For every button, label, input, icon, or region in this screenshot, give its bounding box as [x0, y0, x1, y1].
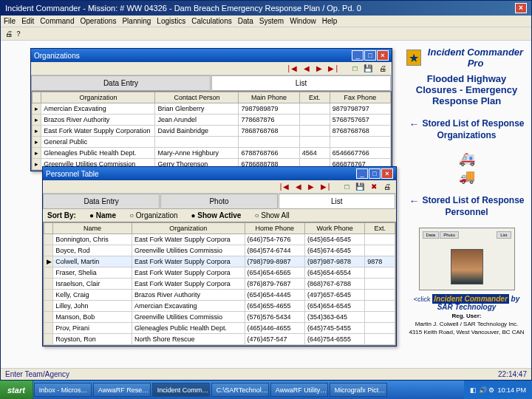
reg-user: Martin J. Colwell / SAR Technology Inc. — [406, 321, 527, 327]
arrow-left-icon: ← — [409, 118, 419, 130]
new-icon[interactable]: □ — [345, 183, 351, 191]
sort-row: Sort By: Name Organization Show Active S… — [43, 209, 396, 222]
menu-data[interactable]: Data — [238, 17, 253, 25]
table-row[interactable]: Israelson, ClairEast Fork Water Supply C… — [44, 279, 395, 290]
table-row[interactable]: ▸Amercian ExcavatingBrian Glenberry79879… — [33, 103, 391, 115]
taskbar-item[interactable]: C:\SARTechnol… — [211, 383, 269, 397]
org-titlebar[interactable]: Organizations _ □ × — [31, 49, 392, 62]
product-name: Incident Commander Pro — [424, 47, 527, 69]
maximize-icon[interactable]: □ — [369, 168, 381, 179]
table-row[interactable]: ▸Gleneagles Public Health Dept.Mary-Anne… — [33, 148, 391, 159]
organizations-window: Organizations _ □ × |◀ ◀ ▶ ▶| □ 💾 🖨 Data… — [30, 48, 392, 171]
main-toolbar: 🖨 ？ — [1, 27, 531, 41]
sort-name[interactable]: Name — [89, 211, 116, 219]
table-row[interactable]: Prov, PiraniGleneagles Public Health Dep… — [44, 323, 395, 334]
pers-tab-photo[interactable]: Photo — [160, 194, 277, 209]
nav-last-icon[interactable]: ▶| — [321, 183, 332, 191]
table-row[interactable]: Kelly, CraigBrazos River Authority(654)6… — [44, 290, 395, 301]
person-photo — [451, 249, 483, 284]
close-icon[interactable]: × — [515, 3, 527, 13]
menu-window[interactable]: Window — [290, 17, 316, 25]
menubar: File Edit Command Operations Planning Lo… — [1, 16, 531, 27]
taskbar-item[interactable]: Incident Comm… — [152, 383, 210, 397]
org-tab-list[interactable]: List — [211, 75, 391, 91]
print-icon[interactable]: 🖨 — [379, 64, 388, 72]
save-icon[interactable]: 💾 — [355, 183, 366, 191]
nav-prev-icon[interactable]: ◀ — [304, 64, 311, 72]
show-active[interactable]: Show Active — [191, 211, 242, 219]
start-button[interactable]: start — [0, 381, 33, 399]
table-row[interactable]: Lilley, JohnAmercian Excavating(654)655-… — [44, 301, 395, 312]
nav-first-icon[interactable]: |◀ — [287, 64, 299, 72]
save-icon[interactable]: 💾 — [364, 64, 374, 72]
close-icon[interactable]: × — [381, 168, 393, 179]
status-clock: 22:14:47 — [498, 370, 527, 378]
nav-last-icon[interactable]: ▶| — [328, 64, 339, 72]
system-tray[interactable]: ◧ 🔊 ⚙ 10:14 PM — [464, 381, 532, 399]
menu-logistics[interactable]: Logistics — [157, 17, 185, 25]
pers-tab-entry[interactable]: Data Entry — [43, 194, 160, 209]
pers-toolbar: |◀ ◀ ▶ ▶| □ 💾 ✖ 🖨 — [43, 180, 396, 194]
minimize-icon[interactable]: _ — [356, 168, 368, 179]
taskbar-item[interactable]: AwwaRF Utility… — [270, 383, 328, 397]
main-title: Incident Commander - Mission: # WW 04326… — [5, 4, 361, 13]
taskbar-item[interactable]: AwwaRF Rese… — [93, 383, 151, 397]
table-row[interactable]: ▸General Public — [33, 137, 391, 148]
nav-first-icon[interactable]: |◀ — [280, 183, 291, 191]
photo-preview: DataPhotoList — [419, 228, 515, 290]
menu-help[interactable]: Help — [322, 17, 338, 25]
status-left: Enter Team/Agency — [5, 370, 69, 378]
info-panel: Incident Commander Pro Flooded Highway C… — [402, 41, 531, 368]
new-icon[interactable]: □ — [352, 64, 358, 72]
sort-label: Sort By: — [47, 211, 76, 219]
pers-title: Personnel Table — [46, 170, 99, 178]
status-bar: Enter Team/Agency 22:14:47 — [1, 368, 531, 380]
pers-tab-list[interactable]: List — [279, 194, 395, 209]
annotation-orgs: ←Stored List of Response Organizations — [406, 118, 527, 140]
org-grid[interactable]: Organization Contact Person Main Phone E… — [31, 91, 392, 171]
menu-system[interactable]: System — [259, 17, 284, 25]
del-icon[interactable]: ✖ — [371, 183, 378, 191]
ambulance-icon: 🚑 — [406, 151, 527, 167]
main-window: Incident Commander - Mission: # WW 04326… — [0, 0, 532, 381]
menu-edit[interactable]: Edit — [21, 17, 34, 25]
pers-grid[interactable]: Name Organization Home Phone Work Phone … — [43, 222, 396, 346]
menu-command[interactable]: Command — [40, 17, 74, 25]
menu-file[interactable]: File — [4, 17, 16, 25]
table-row[interactable]: Manson, BobGreenville Utilities Commissi… — [44, 312, 395, 323]
taskbar-item[interactable]: Micrografx Pict… — [330, 383, 387, 397]
menu-calculations[interactable]: Calculations — [191, 17, 231, 25]
pers-titlebar[interactable]: Personnel Table _ □ × — [43, 167, 396, 180]
show-all[interactable]: Show All — [254, 211, 289, 219]
tray-icons[interactable]: ◧ 🔊 ⚙ — [470, 386, 494, 394]
table-row[interactable]: Boyce, RodGreenville Utilities Commissio… — [44, 245, 395, 256]
print-icon[interactable]: 🖨 — [383, 183, 392, 191]
minimize-icon[interactable]: _ — [352, 50, 364, 61]
close-icon[interactable]: × — [377, 50, 389, 61]
table-row[interactable]: Fraser, SheliaEast Fork Water Supply Cor… — [44, 267, 395, 279]
sort-org[interactable]: Organization — [129, 211, 178, 219]
arrow-left-icon: ← — [409, 195, 419, 207]
table-row[interactable]: ▶Colwell, MartinEast Fork Water Supply C… — [44, 256, 395, 267]
nav-prev-icon[interactable]: ◀ — [296, 183, 303, 191]
table-row[interactable]: ▸East Fork Water Supply CorporationDavid… — [33, 126, 391, 137]
taskbar-item[interactable]: Inbox - Micros… — [34, 383, 92, 397]
menu-operations[interactable]: Operations — [81, 17, 117, 25]
org-tab-entry[interactable]: Data Entry — [31, 75, 211, 91]
org-toolbar: |◀ ◀ ▶ ▶| □ 💾 🖨 — [31, 62, 392, 75]
footer-logo: <click Incident Commander by SAR Technol… — [406, 295, 527, 311]
personnel-window: Personnel Table _ □ × |◀ ◀ ▶ ▶| □ 💾 ✖ 🖨 — [42, 166, 397, 347]
reg-addr: 4315 Keith Road, West Vancouver, BC CAN — [406, 329, 527, 335]
reg-label: Reg. User: — [451, 313, 481, 319]
truck-icon: 🚚 — [406, 168, 527, 185]
taskbar: start Inbox - Micros…AwwaRF Rese…Inciden… — [0, 381, 532, 399]
nav-next-icon[interactable]: ▶ — [308, 183, 316, 191]
tray-clock: 10:14 PM — [497, 386, 526, 394]
table-row[interactable]: Bonnington, ChrisEast Fork Water Supply … — [44, 234, 395, 245]
nav-next-icon[interactable]: ▶ — [316, 64, 324, 72]
menu-planning[interactable]: Planning — [122, 17, 151, 25]
table-row[interactable]: ▸Brazos River AuthorityJean Arundel77868… — [33, 115, 391, 126]
star-icon — [406, 50, 421, 66]
table-row[interactable]: Royston, RonNorth Shore Rescue(476)457-5… — [44, 334, 395, 345]
maximize-icon[interactable]: □ — [364, 50, 376, 61]
